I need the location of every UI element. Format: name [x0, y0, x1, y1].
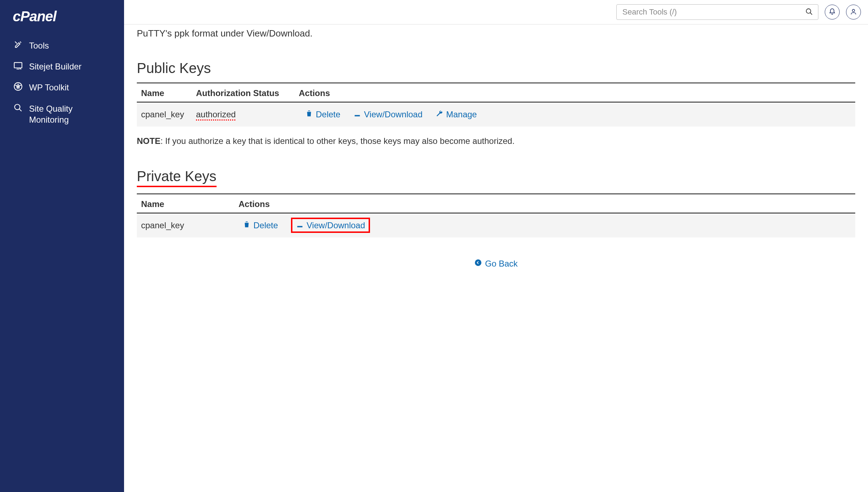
trash-icon — [305, 110, 313, 119]
delete-label: Delete — [253, 220, 278, 230]
table-row: cpanel_key authorized Delete — [137, 102, 855, 127]
search-icon — [805, 8, 813, 17]
col-name: Name — [137, 83, 192, 102]
view-label: View/Download — [364, 110, 422, 119]
search-input[interactable] — [617, 7, 800, 17]
key-name: cpanel_key — [137, 213, 234, 237]
sidebar-item-label: WP Toolkit — [29, 82, 69, 93]
manage-label: Manage — [446, 110, 477, 119]
sidebar-item-sitequality[interactable]: Site Quality Monitoring — [0, 98, 124, 130]
view-download-key-link[interactable]: View/Download — [353, 110, 422, 119]
go-back-label: Go Back — [485, 259, 517, 269]
col-name: Name — [137, 194, 234, 213]
download-icon — [353, 110, 361, 119]
bell-icon — [829, 8, 836, 16]
sidebar-item-tools[interactable]: Tools — [0, 35, 124, 56]
svg-point-2 — [15, 104, 20, 110]
public-keys-note: NOTE: If you authorize a key that is ide… — [137, 135, 855, 147]
download-icon — [296, 220, 304, 230]
svg-point-4 — [852, 9, 855, 12]
svg-rect-0 — [14, 63, 22, 68]
search-box[interactable] — [616, 4, 818, 20]
view-label: View/Download — [307, 220, 365, 230]
delete-key-link[interactable]: Delete — [305, 110, 340, 119]
svg-point-5 — [475, 259, 481, 265]
user-menu-button[interactable] — [846, 5, 861, 19]
delete-label: Delete — [316, 110, 340, 119]
tools-icon — [13, 40, 23, 49]
private-keys-heading: Private Keys — [137, 168, 217, 187]
sidebar-item-wptoolkit[interactable]: WP Toolkit — [0, 77, 124, 98]
wordpress-icon — [13, 82, 23, 91]
col-actions: Actions — [295, 83, 855, 102]
table-row: cpanel_key Delete — [137, 213, 855, 237]
key-auth-status: authorized — [192, 102, 295, 127]
sidebar-item-label: Site Quality Monitoring — [29, 103, 111, 125]
wrench-icon — [436, 110, 443, 119]
content: PuTTY's ppk format under View/Download. … — [124, 24, 868, 492]
public-keys-heading: Public Keys — [137, 60, 855, 76]
svg-point-3 — [806, 9, 811, 13]
topbar — [124, 0, 868, 24]
user-icon — [850, 8, 857, 16]
sitejet-icon — [13, 61, 23, 70]
sidebar-item-label: Tools — [29, 40, 49, 51]
partial-help-text: PuTTY's ppk format under View/Download. — [137, 24, 868, 39]
col-actions: Actions — [234, 194, 855, 213]
trash-icon — [243, 220, 251, 230]
private-keys-table: Name Actions cpanel_key Delete — [137, 194, 855, 237]
sidebar: cPanel Tools Sitejet Builder WP Toolkit … — [0, 0, 124, 492]
public-keys-table: Name Authorization Status Actions cpanel… — [137, 83, 855, 127]
notifications-button[interactable] — [825, 5, 840, 19]
view-download-private-key-link[interactable]: View/Download — [296, 220, 365, 230]
highlighted-action: View/Download — [291, 218, 370, 233]
sidebar-item-sitejet[interactable]: Sitejet Builder — [0, 56, 124, 77]
public-keys-section: Public Keys Name Authorization Status Ac… — [137, 60, 855, 127]
delete-private-key-link[interactable]: Delete — [243, 220, 278, 230]
key-actions: Delete View/Download — [234, 213, 855, 237]
key-name: cpanel_key — [137, 102, 192, 127]
arrow-left-circle-icon — [474, 259, 482, 269]
magnifier-icon — [13, 103, 23, 112]
brand-logo: cPanel — [0, 0, 124, 35]
col-auth: Authorization Status — [192, 83, 295, 102]
key-actions: Delete View/Download — [295, 102, 855, 127]
manage-key-link[interactable]: Manage — [436, 110, 477, 119]
go-back-link[interactable]: Go Back — [474, 259, 517, 269]
private-keys-section: Private Keys Name Actions cpanel_key — [137, 168, 855, 237]
search-button[interactable] — [800, 8, 818, 17]
main: PuTTY's ppk format under View/Download. … — [124, 0, 868, 492]
sidebar-item-label: Sitejet Builder — [29, 61, 82, 72]
